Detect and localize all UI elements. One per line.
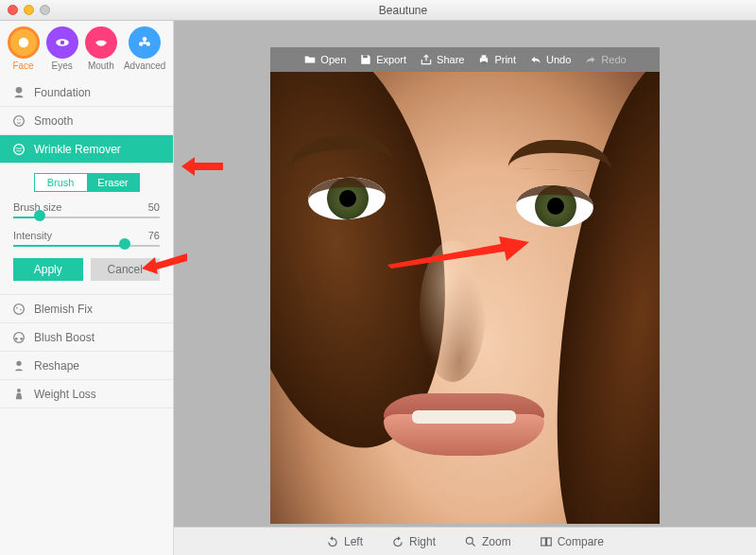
- tool-foundation[interactable]: Foundation: [0, 78, 173, 107]
- svg-point-13: [16, 306, 18, 308]
- blush-icon: [11, 330, 26, 345]
- svg-rect-22: [482, 55, 487, 58]
- minimize-window-button[interactable]: [24, 5, 34, 15]
- tool-wrinkle-remover[interactable]: Wrinkle Remover: [0, 135, 173, 164]
- svg-point-2: [60, 41, 64, 45]
- lips-icon: [85, 26, 117, 59]
- compare-icon: [540, 535, 553, 548]
- export-label: Export: [376, 54, 406, 65]
- svg-point-7: [16, 87, 23, 94]
- tool-settings-panel: Brush Eraser Brush size50 Intensity76 Ap…: [0, 164, 173, 295]
- intensity-slider[interactable]: [13, 243, 160, 249]
- svg-point-14: [20, 308, 22, 310]
- tool-weight-loss[interactable]: Weight Loss: [0, 380, 173, 408]
- svg-point-3: [143, 37, 147, 42]
- weight-icon: [11, 387, 26, 402]
- apply-button[interactable]: Apply: [13, 258, 83, 281]
- svg-rect-20: [363, 55, 368, 58]
- svg-point-17: [20, 338, 23, 340]
- open-label: Open: [320, 54, 346, 65]
- export-button[interactable]: Export: [359, 53, 406, 66]
- tool-list-lower: Blemish Fix Blush Boost Reshape Weight L…: [0, 295, 173, 408]
- rotate-right-button[interactable]: Right: [391, 535, 436, 548]
- svg-point-18: [16, 360, 21, 365]
- right-label: Right: [409, 535, 436, 548]
- svg-point-19: [17, 389, 21, 392]
- svg-point-4: [139, 42, 144, 46]
- rotate-left-icon: [326, 535, 339, 548]
- open-button[interactable]: Open: [303, 53, 346, 66]
- photo-canvas[interactable]: [270, 72, 660, 524]
- tool-reshape[interactable]: Reshape: [0, 352, 173, 380]
- tool-label: Reshape: [34, 359, 79, 373]
- canvas-toolbar: Open Export Share Print Undo Redo: [270, 47, 660, 72]
- brush-mode-button[interactable]: Brush: [34, 173, 87, 192]
- tool-list: Foundation Smooth Wrinkle Remover: [0, 78, 173, 164]
- tab-label: Advanced: [124, 61, 165, 71]
- tool-blemish-fix[interactable]: Blemish Fix: [0, 295, 173, 323]
- close-window-button[interactable]: [8, 5, 18, 15]
- zoom-icon: [464, 535, 477, 548]
- svg-rect-26: [546, 537, 551, 545]
- svg-point-16: [15, 338, 18, 340]
- print-button[interactable]: Print: [477, 53, 516, 66]
- brush-size-row: Brush size50: [13, 201, 160, 220]
- face-icon: [8, 26, 40, 59]
- brush-size-value: 50: [148, 201, 160, 213]
- tool-label: Blemish Fix: [34, 303, 93, 316]
- print-icon: [477, 53, 490, 66]
- eraser-mode-button[interactable]: Eraser: [87, 173, 140, 192]
- tool-label: Foundation: [34, 86, 91, 99]
- undo-button[interactable]: Undo: [529, 53, 571, 66]
- zoom-window-button[interactable]: [40, 5, 50, 15]
- brush-eraser-toggle: Brush Eraser: [13, 173, 160, 192]
- cancel-button[interactable]: Cancel: [91, 258, 161, 281]
- smooth-icon: [11, 113, 26, 129]
- svg-point-8: [14, 115, 25, 126]
- left-label: Left: [344, 535, 363, 548]
- canvas-bottombar: Left Right Zoom Compare: [174, 527, 756, 555]
- tab-label: Mouth: [85, 61, 117, 71]
- tab-label: Face: [8, 61, 40, 71]
- zoom-button[interactable]: Zoom: [464, 535, 511, 548]
- brush-size-slider[interactable]: [13, 215, 160, 220]
- svg-point-9: [17, 119, 18, 120]
- tab-label: Eyes: [46, 61, 78, 71]
- tab-eyes[interactable]: Eyes: [46, 26, 78, 71]
- svg-point-0: [18, 38, 28, 48]
- canvas-area: Open Export Share Print Undo Redo Left R…: [174, 21, 756, 555]
- svg-point-10: [20, 119, 21, 120]
- tool-blush-boost[interactable]: Blush Boost: [0, 323, 173, 352]
- print-label: Print: [494, 54, 516, 65]
- category-tabs: Face Eyes Mouth Advanced: [0, 21, 173, 78]
- blemish-icon: [11, 302, 26, 317]
- tool-label: Blush Boost: [34, 331, 94, 344]
- tool-label: Weight Loss: [34, 388, 96, 401]
- tool-smooth[interactable]: Smooth: [0, 107, 173, 135]
- tab-face[interactable]: Face: [8, 26, 40, 71]
- tab-advanced[interactable]: Advanced: [124, 26, 165, 71]
- undo-icon: [529, 53, 542, 66]
- reshape-icon: [11, 358, 26, 373]
- eye-icon: [46, 26, 78, 59]
- svg-point-15: [14, 332, 25, 342]
- intensity-value: 76: [148, 230, 160, 241]
- share-label: Share: [437, 54, 464, 65]
- share-icon: [420, 53, 433, 66]
- compare-button[interactable]: Compare: [540, 535, 604, 548]
- redo-icon: [584, 53, 597, 66]
- share-button[interactable]: Share: [420, 53, 464, 66]
- redo-button[interactable]: Redo: [584, 53, 626, 66]
- traffic-lights[interactable]: [8, 5, 50, 15]
- rotate-left-button[interactable]: Left: [326, 535, 363, 548]
- tab-mouth[interactable]: Mouth: [85, 26, 117, 71]
- intensity-row: Intensity76: [13, 230, 160, 249]
- svg-point-5: [146, 42, 151, 46]
- tool-label: Wrinkle Remover: [34, 143, 121, 156]
- foundation-icon: [11, 85, 26, 100]
- svg-point-24: [466, 537, 472, 544]
- svg-point-6: [143, 41, 146, 44]
- sidebar: Face Eyes Mouth Advanced Foundation: [0, 21, 174, 555]
- undo-label: Undo: [546, 54, 571, 65]
- tool-label: Smooth: [34, 114, 73, 128]
